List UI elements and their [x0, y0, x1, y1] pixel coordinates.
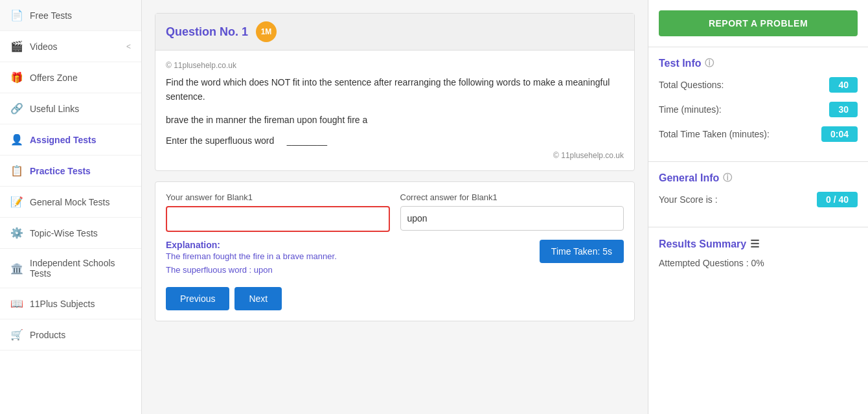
your-answer-label: Your answer for Blank1: [166, 192, 390, 202]
question-body: © 11plusehelp.co.uk Find the word which …: [155, 51, 634, 170]
report-problem-button[interactable]: REPORT A PROBLEM: [659, 10, 858, 36]
topic-wise-icon: ⚙️: [10, 227, 23, 239]
sidebar-item-useful-links[interactable]: 🔗 Useful Links: [0, 93, 141, 124]
assigned-tests-icon: 👤: [10, 133, 23, 146]
general-info-title: General Info ⓘ: [659, 172, 858, 184]
question-instruction: Find the word which does NOT fit into th…: [166, 75, 624, 104]
sidebar-item-11plus-subjects[interactable]: 📖 11Plus Subjects: [0, 288, 141, 319]
products-icon: 🛒: [10, 328, 23, 341]
links-icon: 🔗: [10, 102, 23, 115]
sidebar-item-label: Assigned Tests: [30, 135, 96, 145]
sidebar-item-assigned-tests[interactable]: 👤 Assigned Tests: [0, 124, 141, 155]
general-info-section: General Info ⓘ Your Score is : 0 / 40: [648, 161, 868, 227]
sidebar-item-label: Topic-Wise Tests: [30, 228, 98, 238]
your-score-value: 0 / 40: [817, 192, 858, 207]
navigation-buttons: Previous Next: [166, 287, 624, 310]
results-icon: ☰: [750, 238, 759, 250]
chevron-icon: <: [126, 42, 131, 51]
your-score-label: Your Score is :: [659, 194, 718, 205]
explanation-row: Explanation: The fireman fought the fire…: [166, 240, 624, 277]
test-info-title: Test Info ⓘ: [659, 58, 858, 69]
total-questions-value: 40: [829, 77, 858, 93]
time-minutes-label: Time (minutes):: [659, 104, 722, 115]
sidebar-item-free-tests[interactable]: 📄 Free Tests: [0, 0, 141, 31]
total-time-taken-row: Total Time Taken (minutes): 0:04: [659, 126, 858, 142]
general-mock-icon: 📝: [10, 196, 23, 208]
sidebar-item-label: 11Plus Subjects: [30, 299, 95, 309]
results-summary-section: Results Summary ☰ Attempted Questions : …: [648, 227, 868, 279]
copyright-bottom: © 11plusehelp.co.uk: [166, 151, 624, 160]
general-info-label: General Info: [659, 172, 719, 184]
results-summary-title: Results Summary ☰: [659, 238, 858, 250]
sidebar-item-label: General Mock Tests: [30, 197, 109, 207]
explanation-line2: The superfluous word : upon: [166, 264, 337, 277]
correct-answer-field: [400, 206, 624, 231]
test-info-section: Test Info ⓘ Total Questions: 40 Time (mi…: [648, 47, 868, 161]
sidebar-item-practice-tests[interactable]: 📋 Practice Tests: [0, 155, 141, 187]
sidebar-item-label: Products: [30, 330, 65, 340]
next-button[interactable]: Next: [234, 287, 282, 310]
correct-answer-col: Correct answer for Blank1: [400, 192, 624, 232]
total-time-taken-label: Total Time Taken (minutes):: [659, 129, 770, 139]
test-info-label: Test Info: [659, 58, 701, 69]
general-info-icon[interactable]: ⓘ: [723, 172, 732, 184]
total-questions-label: Total Questions:: [659, 80, 724, 90]
question-card: Question No. 1 1M © 11plusehelp.co.uk Fi…: [155, 13, 635, 171]
your-answer-col: Your answer for Blank1: [166, 192, 390, 232]
sidebar-item-label: Practice Tests: [30, 166, 91, 176]
blank-line: ________: [287, 135, 327, 146]
offers-icon: 🎁: [10, 71, 23, 84]
time-taken-button: Time Taken: 5s: [540, 240, 624, 263]
independent-icon: 🏛️: [10, 262, 23, 275]
main-content: Question No. 1 1M © 11plusehelp.co.uk Fi…: [142, 0, 648, 414]
previous-button[interactable]: Previous: [166, 287, 229, 310]
question-number: Question No. 1: [166, 25, 248, 39]
info-icon[interactable]: ⓘ: [705, 58, 714, 69]
free-tests-icon: 📄: [10, 9, 23, 21]
sidebar-item-label: Free Tests: [30, 10, 72, 21]
total-time-taken-value: 0:04: [821, 126, 858, 142]
your-score-row: Your Score is : 0 / 40: [659, 192, 858, 207]
sidebar-item-independent-schools[interactable]: 🏛️ Independent Schools Tests: [0, 249, 141, 288]
total-questions-row: Total Questions: 40: [659, 77, 858, 93]
explanation-line1: The fireman fought the fire in a brave m…: [166, 250, 337, 264]
subjects-icon: 📖: [10, 297, 23, 310]
right-panel: REPORT A PROBLEM Test Info ⓘ Total Quest…: [648, 0, 868, 414]
sidebar-item-videos[interactable]: 🎬 Videos <: [0, 31, 141, 62]
sidebar-item-products[interactable]: 🛒 Products: [0, 319, 141, 351]
copyright-top: © 11plusehelp.co.uk: [166, 61, 624, 70]
answer-row: Your answer for Blank1 Correct answer fo…: [166, 192, 624, 232]
explanation-title: Explanation:: [166, 240, 337, 250]
question-header: Question No. 1 1M: [155, 14, 634, 51]
correct-answer-label: Correct answer for Blank1: [400, 192, 624, 202]
mark-badge: 1M: [256, 21, 277, 42]
answer-section: Your answer for Blank1 Correct answer fo…: [155, 181, 635, 322]
time-minutes-value: 30: [829, 102, 858, 117]
sidebar-item-label: Independent Schools Tests: [30, 258, 131, 279]
practice-tests-icon: 📋: [10, 165, 23, 177]
attempted-questions: Attempted Questions : 0%: [659, 258, 858, 268]
sidebar-item-topic-wise-tests[interactable]: ⚙️ Topic-Wise Tests: [0, 218, 141, 249]
results-summary-label: Results Summary: [659, 238, 746, 250]
sidebar: 📄 Free Tests 🎬 Videos < 🎁 Offers Zone 🔗 …: [0, 0, 142, 414]
sidebar-item-offers-zone[interactable]: 🎁 Offers Zone: [0, 62, 141, 93]
videos-icon: 🎬: [10, 40, 23, 52]
time-minutes-row: Time (minutes): 30: [659, 102, 858, 117]
enter-word: Enter the superfluous word ________: [166, 135, 624, 146]
explanation-block: Explanation: The fireman fought the fire…: [166, 240, 337, 277]
sidebar-item-label: Useful Links: [30, 104, 79, 114]
sidebar-item-label: Videos: [30, 41, 58, 52]
your-answer-input[interactable]: [166, 206, 390, 232]
sidebar-item-label: Offers Zone: [30, 73, 78, 83]
enter-label: Enter the superfluous word: [166, 135, 274, 146]
question-words: brave the in manner the fireman upon fou…: [166, 115, 624, 125]
sidebar-item-general-mock-tests[interactable]: 📝 General Mock Tests: [0, 187, 141, 218]
